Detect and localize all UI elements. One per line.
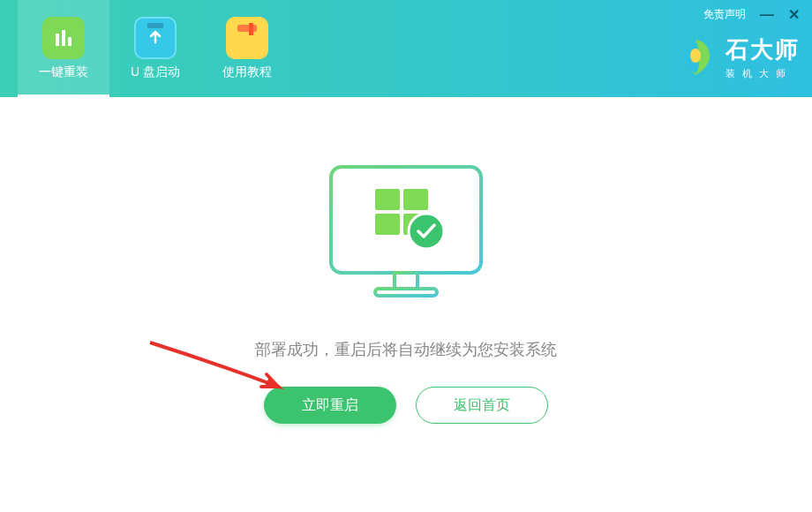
svg-rect-3	[147, 23, 163, 28]
svg-rect-6	[237, 25, 257, 32]
main-content: 部署成功，重启后将自动继续为您安装系统 立即重启 返回首页	[0, 97, 812, 424]
svg-rect-12	[375, 189, 400, 210]
app-header: 一键重装 U 盘启动 使用教程	[0, 0, 812, 97]
svg-rect-14	[375, 214, 400, 235]
window-controls: 免责声明 — ✕	[703, 7, 800, 22]
brand-subtitle: 装机大师	[726, 67, 793, 80]
usb-boot-icon	[134, 17, 177, 59]
reinstall-icon	[42, 17, 85, 59]
success-message: 部署成功，重启后将自动继续为您安装系统	[255, 339, 557, 360]
tab-usb-boot[interactable]: U 盘启动	[109, 0, 201, 97]
tab-tutorial-label: 使用教程	[222, 64, 272, 80]
tutorial-icon	[226, 17, 268, 59]
tab-reinstall[interactable]: 一键重装	[18, 0, 109, 97]
back-home-button[interactable]: 返回首页	[416, 387, 548, 424]
svg-rect-2	[68, 37, 71, 46]
svg-rect-0	[56, 34, 59, 46]
success-monitor-icon	[322, 162, 490, 312]
svg-rect-13	[403, 189, 428, 210]
close-button[interactable]: ✕	[788, 8, 800, 22]
svg-point-8	[690, 49, 701, 63]
restart-now-button[interactable]: 立即重启	[264, 387, 396, 424]
disclaimer-link[interactable]: 免责声明	[703, 7, 746, 22]
svg-rect-1	[62, 30, 65, 46]
brand-title: 石大师	[726, 34, 800, 65]
brand-logo-icon	[674, 36, 717, 79]
brand-text: 石大师 装机大师	[726, 34, 800, 80]
tab-usb-boot-label: U 盘启动	[131, 64, 180, 80]
action-buttons: 立即重启 返回首页	[264, 387, 548, 424]
minimize-button[interactable]: —	[760, 8, 774, 22]
tab-tutorial[interactable]: 使用教程	[201, 0, 293, 97]
tab-reinstall-label: 一键重装	[39, 64, 88, 80]
svg-rect-10	[395, 273, 417, 289]
svg-rect-11	[375, 289, 437, 296]
header-right: 免责声明 — ✕ 石大师 装机大师	[662, 0, 812, 87]
nav-tabs: 一键重装 U 盘启动 使用教程	[0, 0, 293, 97]
brand: 石大师 装机大师	[674, 34, 800, 80]
